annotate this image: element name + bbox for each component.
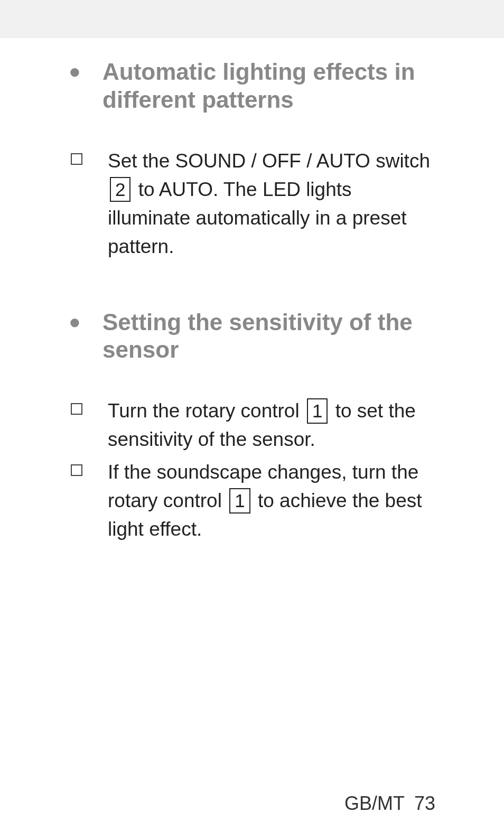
section-sensitivity: ● Setting the sensitivity of the sensor … (69, 309, 435, 544)
page-content: ● Automatic lighting effects in differen… (0, 38, 504, 840)
item-text: Set the SOUND / OFF / AUTO switch 2 to A… (108, 147, 435, 261)
list-item: If the soundscape changes, turn the rota… (69, 458, 435, 544)
page-footer: GB/MT73 (344, 792, 435, 815)
text-segment: Turn the rotary control (108, 400, 305, 422)
reference-number: 1 (229, 488, 250, 514)
reference-number: 2 (110, 177, 130, 202)
footer-locale: GB/MT (344, 792, 405, 814)
section-heading: Setting the sensitivity of the sensor (102, 309, 435, 365)
heading-row: ● Setting the sensitivity of the sensor (69, 309, 435, 365)
list-item: Turn the rotary control 1 to set the sen… (69, 397, 435, 454)
section-auto-lighting: ● Automatic lighting effects in differen… (69, 58, 435, 261)
list-item: Set the SOUND / OFF / AUTO switch 2 to A… (69, 147, 435, 261)
reference-number: 1 (307, 398, 328, 424)
text-segment: to AUTO. The LED lights illuminate autom… (108, 179, 407, 257)
heading-row: ● Automatic lighting effects in differen… (69, 58, 435, 114)
text-segment: Set the SOUND / OFF / AUTO switch (108, 150, 430, 172)
bullet-icon: ● (69, 312, 86, 332)
checkbox-icon (71, 403, 82, 415)
footer-page-number: 73 (414, 792, 435, 814)
checkbox-icon (71, 153, 82, 165)
item-text: If the soundscape changes, turn the rota… (108, 458, 435, 544)
section-heading: Automatic lighting effects in different … (102, 58, 435, 114)
bullet-icon: ● (69, 61, 86, 81)
checkbox-icon (71, 464, 82, 476)
item-text: Turn the rotary control 1 to set the sen… (108, 397, 435, 454)
